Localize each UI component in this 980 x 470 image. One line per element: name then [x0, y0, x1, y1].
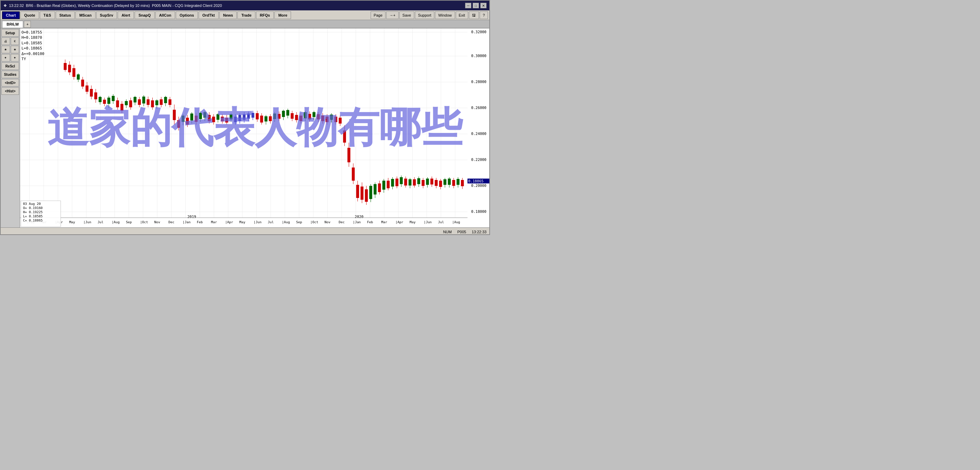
svg-rect-163 — [330, 115, 333, 120]
title-bar-left: ❖ 13:22:32 BR6 - Brazilian Real (Globex)… — [3, 3, 222, 8]
chart-indicator: TY — [21, 56, 44, 62]
print-icon[interactable]: 🖨 — [2, 37, 10, 45]
status-account: P005 — [457, 230, 466, 234]
help-button[interactable]: ? — [480, 11, 488, 19]
svg-rect-129 — [256, 113, 258, 119]
studies-button[interactable]: Studies — [2, 71, 19, 78]
menu-status[interactable]: Status — [56, 11, 75, 19]
svg-text:03 Aug 20: 03 Aug 20 — [23, 202, 40, 206]
svg-text:|Jan: |Jan — [183, 220, 191, 224]
svg-text:|Aug: |Aug — [112, 220, 120, 224]
svg-text:H= 0.19225: H= 0.19225 — [23, 210, 43, 214]
intd-button[interactable]: <IntD> — [2, 79, 19, 86]
menu-rfqs[interactable]: RFQs — [256, 11, 274, 19]
svg-rect-167 — [339, 118, 342, 124]
svg-text:Jul: Jul — [98, 220, 103, 224]
svg-rect-159 — [321, 116, 324, 121]
svg-text:0.26000: 0.26000 — [471, 105, 486, 110]
svg-text:|Jun: |Jun — [83, 220, 91, 224]
svg-rect-217 — [448, 178, 450, 185]
exit-button[interactable]: Exit — [456, 11, 468, 19]
svg-rect-143 — [286, 110, 289, 116]
menu-options[interactable]: Options — [176, 11, 198, 19]
svg-text:|Oct: |Oct — [140, 220, 148, 224]
menu-quote[interactable]: Quote — [21, 11, 39, 19]
svg-rect-183 — [374, 184, 377, 194]
svg-rect-157 — [317, 114, 320, 119]
svg-text:|Jun: |Jun — [424, 220, 432, 224]
svg-text:Sep: Sep — [296, 220, 302, 224]
svg-rect-87 — [164, 97, 167, 103]
svg-rect-63 — [112, 96, 115, 101]
close-button[interactable]: ✕ — [480, 3, 487, 8]
cross-icon-1[interactable]: ✦ — [2, 54, 10, 62]
support-button[interactable]: Support — [415, 11, 434, 19]
svg-rect-155 — [312, 112, 315, 117]
svg-text:|Apr: |Apr — [396, 220, 404, 224]
svg-rect-181 — [369, 186, 372, 199]
svg-rect-83 — [155, 100, 158, 105]
svg-rect-41 — [64, 63, 67, 70]
svg-rect-69 — [125, 101, 128, 105]
menu-allcon[interactable]: AllCon — [155, 11, 175, 19]
svg-rect-99 — [190, 113, 193, 120]
menu-chart[interactable]: Chart — [2, 11, 20, 19]
tab-add-button[interactable]: + — [24, 21, 31, 28]
svg-text:2020: 2020 — [355, 215, 363, 219]
window-button[interactable]: Window — [435, 11, 455, 19]
save-icon-button[interactable]: 🖫 — [469, 11, 479, 19]
cross-icon-2[interactable]: ✦ — [11, 54, 19, 62]
svg-text:C= 0.18865: C= 0.18865 — [23, 218, 43, 222]
tab-br6w[interactable]: BR6,W — [2, 21, 23, 28]
svg-rect-171 — [347, 148, 350, 163]
svg-text:0.18000: 0.18000 — [471, 209, 486, 213]
svg-rect-165 — [334, 116, 337, 122]
status-bar: NUM P005 13:22:33 — [1, 227, 489, 235]
svg-rect-57 — [99, 97, 102, 102]
svg-text:|Jan: |Jan — [353, 220, 361, 224]
svg-rect-191 — [391, 179, 394, 186]
svg-rect-177 — [361, 186, 363, 200]
restore-button[interactable]: □ — [473, 3, 479, 8]
svg-rect-67 — [121, 104, 123, 111]
svg-text:2019: 2019 — [188, 215, 196, 219]
minimize-button[interactable]: ─ — [465, 3, 471, 8]
menu-ts[interactable]: T&S — [40, 11, 55, 19]
svg-rect-195 — [400, 177, 402, 184]
setup-button[interactable]: Setup — [2, 29, 19, 37]
menu-snapq[interactable]: SnapQ — [135, 11, 154, 19]
svg-rect-105 — [204, 112, 206, 118]
currency-icon[interactable]: € — [11, 37, 19, 45]
menu-alert[interactable]: Alert — [118, 11, 134, 19]
svg-rect-147 — [295, 115, 298, 120]
page-button[interactable]: Page — [371, 11, 386, 19]
menu-mscan[interactable]: MScan — [75, 11, 95, 19]
chart-area[interactable]: O=0.18755 H=0.18870 L=0.18585 L=0.18865 … — [20, 29, 489, 227]
svg-text:Nov: Nov — [154, 220, 161, 224]
rescl-button[interactable]: ReScl — [2, 62, 19, 70]
svg-text:Sep: Sep — [126, 220, 132, 224]
svg-rect-121 — [239, 115, 241, 121]
window-controls: ─ □ ✕ — [465, 3, 487, 8]
svg-rect-161 — [326, 116, 328, 122]
star-icon-2[interactable]: ★ — [11, 46, 19, 53]
title-time: 13:22:32 — [9, 3, 24, 8]
menu-news[interactable]: News — [220, 11, 237, 19]
svg-rect-59 — [103, 100, 106, 104]
svg-rect-47 — [77, 75, 80, 80]
hist-button[interactable]: <Hist> — [2, 87, 19, 95]
chart-low1: L=0.18585 — [21, 40, 44, 46]
menu-trade[interactable]: Trade — [237, 11, 255, 19]
svg-text:|Aug: |Aug — [452, 220, 460, 224]
star-icon-1[interactable]: ★ — [2, 46, 10, 53]
chart-delta: Δ=+0.00100 — [21, 51, 44, 56]
left-sidebar: Setup 🖨 € ★ ★ ✦ ✦ ReScl Studies <IntD> <… — [1, 29, 20, 227]
menu-more[interactable]: More — [274, 11, 291, 19]
menu-ordtkt[interactable]: OrdTkt — [199, 11, 219, 19]
save-button[interactable]: Save — [399, 11, 414, 19]
svg-rect-205 — [422, 180, 424, 186]
menu-supsrv[interactable]: SupSrv — [96, 11, 117, 19]
svg-rect-113 — [221, 116, 224, 121]
svg-rect-135 — [269, 116, 272, 121]
nav-button[interactable]: →+ — [386, 11, 398, 19]
